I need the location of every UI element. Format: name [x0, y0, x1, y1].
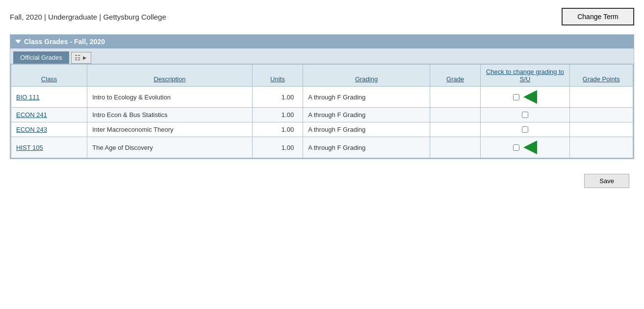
page-title: Fall, 2020 | Undergraduate | Gettysburg …: [10, 13, 166, 21]
col-grade-link[interactable]: Grade: [446, 75, 464, 83]
change-grading-checkbox[interactable]: [522, 126, 528, 133]
class-grades-section: Class Grades - Fall, 2020 Official Grade…: [10, 34, 634, 159]
grade-points-cell: [569, 137, 633, 158]
grading-cell: A through F Grading: [303, 87, 430, 108]
grading-cell: A through F Grading: [303, 108, 430, 122]
description-cell: The Age of Discovery: [87, 137, 252, 158]
section-title: Class Grades - Fall, 2020: [24, 38, 105, 46]
grading-cell: A through F Grading: [303, 122, 430, 137]
green-arrow-icon: [523, 90, 537, 104]
tab-grid[interactable]: ☷ ►: [71, 52, 91, 64]
grades-table-container: Class Description Units Grading Grade: [10, 64, 634, 159]
change-grading-checkbox[interactable]: [513, 144, 519, 151]
change-grading-checkbox[interactable]: [513, 94, 519, 100]
class-link[interactable]: BIO 111: [16, 94, 40, 101]
check-change-cell: [481, 87, 569, 108]
grade-cell: [430, 137, 481, 158]
check-change-cell: [481, 122, 569, 137]
col-gpoints-link[interactable]: Grade Points: [583, 75, 620, 83]
grade-points-cell: [569, 122, 633, 137]
section-header: Class Grades - Fall, 2020: [10, 35, 634, 48]
collapse-icon[interactable]: [15, 40, 21, 44]
tab-official-grades[interactable]: Official Grades: [13, 51, 69, 64]
page-header: Fall, 2020 | Undergraduate | Gettysburg …: [10, 8, 634, 25]
table-row: HIST 105The Age of Discovery1.00A throug…: [11, 137, 633, 158]
col-grading-link[interactable]: Grading: [355, 75, 378, 83]
col-header-check-change: Check to change grading to S/U: [481, 65, 569, 87]
units-cell: 1.00: [252, 108, 303, 122]
grade-points-cell: [569, 108, 633, 122]
col-header-class: Class: [11, 65, 87, 87]
change-grading-checkbox[interactable]: [522, 112, 528, 118]
col-header-grade-points: Grade Points: [569, 65, 633, 87]
table-header-row: Class Description Units Grading Grade: [11, 65, 633, 87]
green-arrow-icon: [523, 141, 537, 154]
col-header-units: Units: [252, 65, 303, 87]
tab-official-label: Official Grades: [20, 54, 62, 61]
col-desc-link[interactable]: Description: [154, 75, 185, 83]
units-cell: 1.00: [252, 137, 303, 158]
change-term-button[interactable]: Change Term: [562, 8, 634, 25]
units-cell: 1.00: [252, 122, 303, 137]
check-change-cell: [481, 137, 569, 158]
grading-cell: A through F Grading: [303, 137, 430, 158]
col-header-grade: Grade: [430, 65, 481, 87]
check-change-cell: [481, 108, 569, 122]
col-check-link[interactable]: Check to change grading to S/U: [486, 68, 564, 83]
class-link[interactable]: ECON 243: [16, 126, 47, 133]
grade-cell: [430, 87, 481, 108]
col-units-link[interactable]: Units: [270, 75, 285, 83]
table-row: ECON 243Inter Macroeconomic Theory1.00A …: [11, 122, 633, 137]
units-cell: 1.00: [252, 87, 303, 108]
description-cell: Inter Macroeconomic Theory: [87, 122, 252, 137]
description-cell: Intro Econ & Bus Statistics: [87, 108, 252, 122]
grade-points-cell: [569, 87, 633, 108]
col-header-description: Description: [87, 65, 252, 87]
class-link[interactable]: ECON 241: [16, 111, 47, 119]
col-class-link[interactable]: Class: [41, 75, 57, 83]
description-cell: Intro to Ecology & Evolution: [87, 87, 252, 108]
grade-cell: [430, 108, 481, 122]
save-button[interactable]: Save: [584, 174, 629, 188]
col-header-grading: Grading: [303, 65, 430, 87]
grades-table: Class Description Units Grading Grade: [11, 64, 633, 158]
grade-cell: [430, 122, 481, 137]
save-row: Save: [10, 169, 634, 188]
tabs-row: Official Grades ☷ ►: [10, 48, 634, 64]
table-row: ECON 241Intro Econ & Bus Statistics1.00A…: [11, 108, 633, 122]
grid-icon: ☷: [75, 54, 81, 62]
tab-grid-arrow: ►: [82, 54, 88, 61]
table-row: BIO 111Intro to Ecology & Evolution1.00A…: [11, 87, 633, 108]
class-link[interactable]: HIST 105: [16, 144, 43, 151]
